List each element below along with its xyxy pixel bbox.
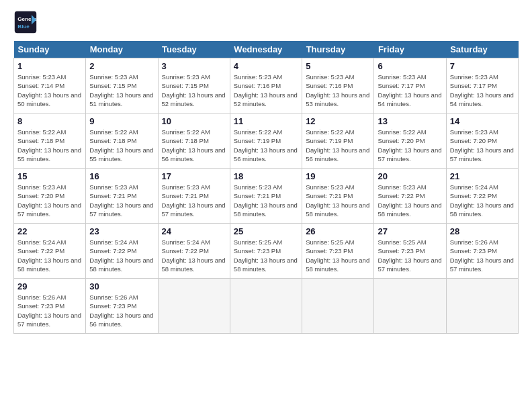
day-number: 17 <box>162 171 226 181</box>
calendar-cell: 16 Sunrise: 5:23 AMSunset: 7:21 PMDaylig… <box>86 169 158 224</box>
day-number: 30 <box>89 281 154 291</box>
day-info: Sunrise: 5:23 AMSunset: 7:22 PMDaylight:… <box>378 183 442 218</box>
day-info: Sunrise: 5:23 AMSunset: 7:14 PMDaylight:… <box>17 73 82 108</box>
day-number: 28 <box>450 226 515 236</box>
calendar-cell: 7 Sunrise: 5:23 AMSunset: 7:17 PMDayligh… <box>446 58 518 113</box>
calendar-cell: 15 Sunrise: 5:23 AMSunset: 7:20 PMDaylig… <box>14 169 86 224</box>
calendar-cell: 27 Sunrise: 5:25 AMSunset: 7:23 PMDaylig… <box>374 224 446 279</box>
day-number: 2 <box>89 61 154 71</box>
day-info: Sunrise: 5:23 AMSunset: 7:21 PMDaylight:… <box>162 183 226 218</box>
day-info: Sunrise: 5:25 AMSunset: 7:23 PMDaylight:… <box>234 238 298 273</box>
calendar-cell: 6 Sunrise: 5:23 AMSunset: 7:17 PMDayligh… <box>374 58 446 113</box>
calendar-cell: 4 Sunrise: 5:23 AMSunset: 7:16 PMDayligh… <box>230 58 302 113</box>
day-number: 4 <box>234 61 298 71</box>
day-header-monday: Monday <box>86 41 158 58</box>
calendar-cell <box>302 279 374 334</box>
week-row-2: 15 Sunrise: 5:23 AMSunset: 7:20 PMDaylig… <box>14 169 519 224</box>
day-info: Sunrise: 5:23 AMSunset: 7:17 PMDaylight:… <box>378 73 442 108</box>
day-number: 10 <box>162 116 226 126</box>
day-number: 25 <box>234 226 298 236</box>
day-info: Sunrise: 5:23 AMSunset: 7:16 PMDaylight:… <box>234 73 298 108</box>
day-info: Sunrise: 5:26 AMSunset: 7:23 PMDaylight:… <box>89 293 154 328</box>
calendar-cell: 5 Sunrise: 5:23 AMSunset: 7:16 PMDayligh… <box>302 58 374 113</box>
calendar-cell: 9 Sunrise: 5:22 AMSunset: 7:18 PMDayligh… <box>86 113 158 169</box>
calendar-cell: 17 Sunrise: 5:23 AMSunset: 7:21 PMDaylig… <box>158 169 230 224</box>
day-info: Sunrise: 5:23 AMSunset: 7:21 PMDaylight:… <box>89 183 154 218</box>
calendar-cell: 19 Sunrise: 5:23 AMSunset: 7:21 PMDaylig… <box>302 169 374 224</box>
day-number: 29 <box>17 281 82 291</box>
day-info: Sunrise: 5:24 AMSunset: 7:22 PMDaylight:… <box>17 238 82 273</box>
day-number: 6 <box>378 61 442 71</box>
day-info: Sunrise: 5:23 AMSunset: 7:21 PMDaylight:… <box>306 183 370 218</box>
day-number: 15 <box>17 171 82 181</box>
calendar-cell: 10 Sunrise: 5:22 AMSunset: 7:18 PMDaylig… <box>158 113 230 169</box>
day-number: 8 <box>17 116 82 126</box>
day-header-saturday: Saturday <box>446 41 518 58</box>
day-header-thursday: Thursday <box>302 41 374 58</box>
calendar-header-row: SundayMondayTuesdayWednesdayThursdayFrid… <box>14 41 519 58</box>
day-number: 16 <box>89 171 154 181</box>
svg-text:Blue: Blue <box>17 24 30 30</box>
logo: General Blue <box>13 10 38 34</box>
day-number: 19 <box>306 171 370 181</box>
day-number: 11 <box>234 116 298 126</box>
day-info: Sunrise: 5:25 AMSunset: 7:23 PMDaylight:… <box>378 238 442 273</box>
day-info: Sunrise: 5:24 AMSunset: 7:22 PMDaylight:… <box>162 238 226 273</box>
week-row-1: 8 Sunrise: 5:22 AMSunset: 7:18 PMDayligh… <box>14 113 519 169</box>
header: General Blue <box>13 10 519 34</box>
day-number: 13 <box>378 116 442 126</box>
day-info: Sunrise: 5:23 AMSunset: 7:17 PMDaylight:… <box>450 73 515 108</box>
calendar-cell: 26 Sunrise: 5:25 AMSunset: 7:23 PMDaylig… <box>302 224 374 279</box>
day-number: 22 <box>17 226 82 236</box>
week-row-0: 1 Sunrise: 5:23 AMSunset: 7:14 PMDayligh… <box>14 58 519 113</box>
day-number: 26 <box>306 226 370 236</box>
day-number: 27 <box>378 226 442 236</box>
day-info: Sunrise: 5:22 AMSunset: 7:19 PMDaylight:… <box>306 128 370 163</box>
day-info: Sunrise: 5:22 AMSunset: 7:18 PMDaylight:… <box>89 128 154 163</box>
calendar-cell <box>446 279 518 334</box>
calendar-cell: 8 Sunrise: 5:22 AMSunset: 7:18 PMDayligh… <box>14 113 86 169</box>
day-info: Sunrise: 5:22 AMSunset: 7:20 PMDaylight:… <box>378 128 442 163</box>
calendar-cell: 21 Sunrise: 5:24 AMSunset: 7:22 PMDaylig… <box>446 169 518 224</box>
day-info: Sunrise: 5:23 AMSunset: 7:21 PMDaylight:… <box>234 183 298 218</box>
calendar-cell: 12 Sunrise: 5:22 AMSunset: 7:19 PMDaylig… <box>302 113 374 169</box>
day-header-sunday: Sunday <box>14 41 86 58</box>
day-number: 7 <box>450 61 515 71</box>
day-info: Sunrise: 5:22 AMSunset: 7:18 PMDaylight:… <box>162 128 226 163</box>
calendar-cell: 24 Sunrise: 5:24 AMSunset: 7:22 PMDaylig… <box>158 224 230 279</box>
day-number: 3 <box>162 61 226 71</box>
day-info: Sunrise: 5:23 AMSunset: 7:15 PMDaylight:… <box>162 73 226 108</box>
day-info: Sunrise: 5:25 AMSunset: 7:23 PMDaylight:… <box>306 238 370 273</box>
calendar-body: 1 Sunrise: 5:23 AMSunset: 7:14 PMDayligh… <box>14 58 519 334</box>
logo-icon: General Blue <box>13 10 38 34</box>
day-info: Sunrise: 5:26 AMSunset: 7:23 PMDaylight:… <box>17 293 82 328</box>
calendar-cell <box>230 279 302 334</box>
calendar-cell <box>158 279 230 334</box>
day-info: Sunrise: 5:23 AMSunset: 7:20 PMDaylight:… <box>450 128 515 163</box>
calendar-cell: 30 Sunrise: 5:26 AMSunset: 7:23 PMDaylig… <box>86 279 158 334</box>
day-number: 5 <box>306 61 370 71</box>
day-number: 18 <box>234 171 298 181</box>
day-info: Sunrise: 5:26 AMSunset: 7:23 PMDaylight:… <box>450 238 515 273</box>
calendar-cell: 23 Sunrise: 5:24 AMSunset: 7:22 PMDaylig… <box>86 224 158 279</box>
calendar-cell: 25 Sunrise: 5:25 AMSunset: 7:23 PMDaylig… <box>230 224 302 279</box>
day-info: Sunrise: 5:24 AMSunset: 7:22 PMDaylight:… <box>450 183 515 218</box>
week-row-3: 22 Sunrise: 5:24 AMSunset: 7:22 PMDaylig… <box>14 224 519 279</box>
day-header-tuesday: Tuesday <box>158 41 230 58</box>
day-info: Sunrise: 5:23 AMSunset: 7:16 PMDaylight:… <box>306 73 370 108</box>
day-number: 9 <box>89 116 154 126</box>
calendar-cell: 2 Sunrise: 5:23 AMSunset: 7:15 PMDayligh… <box>86 58 158 113</box>
calendar-cell: 20 Sunrise: 5:23 AMSunset: 7:22 PMDaylig… <box>374 169 446 224</box>
calendar-container: General Blue SundayMondayTuesdayWednesda… <box>0 0 532 340</box>
calendar-cell <box>374 279 446 334</box>
day-number: 23 <box>89 226 154 236</box>
calendar-cell: 3 Sunrise: 5:23 AMSunset: 7:15 PMDayligh… <box>158 58 230 113</box>
calendar-cell: 1 Sunrise: 5:23 AMSunset: 7:14 PMDayligh… <box>14 58 86 113</box>
day-number: 20 <box>378 171 442 181</box>
week-row-4: 29 Sunrise: 5:26 AMSunset: 7:23 PMDaylig… <box>14 279 519 334</box>
day-number: 14 <box>450 116 515 126</box>
day-info: Sunrise: 5:24 AMSunset: 7:22 PMDaylight:… <box>89 238 154 273</box>
calendar-cell: 14 Sunrise: 5:23 AMSunset: 7:20 PMDaylig… <box>446 113 518 169</box>
day-info: Sunrise: 5:23 AMSunset: 7:15 PMDaylight:… <box>89 73 154 108</box>
calendar-table: SundayMondayTuesdayWednesdayThursdayFrid… <box>13 41 519 334</box>
